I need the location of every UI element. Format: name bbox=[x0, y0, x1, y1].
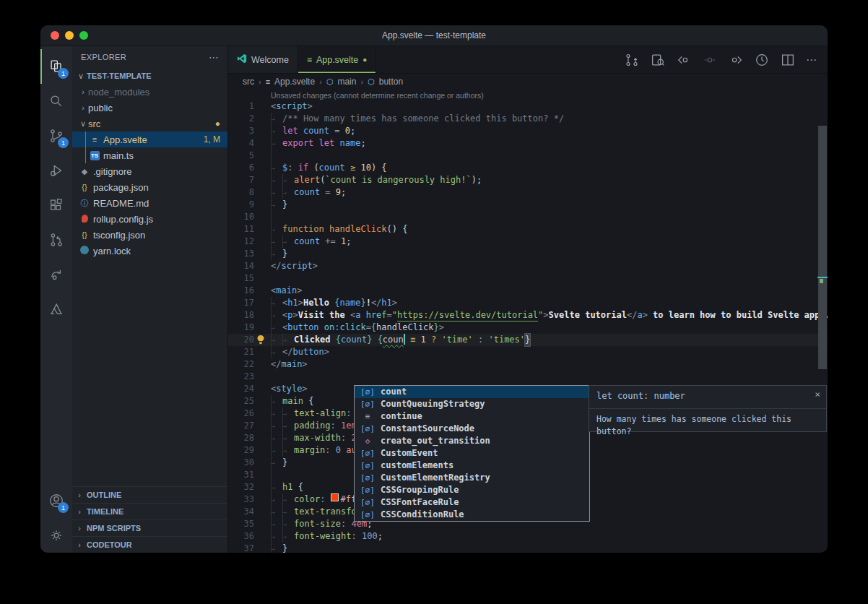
more-actions-icon[interactable]: ⋯ bbox=[806, 53, 817, 66]
code-line-19[interactable]: 19<button on:click={handleClick}> bbox=[228, 322, 828, 334]
tree-file-rollup-config-js[interactable]: rollup.config.js bbox=[72, 211, 227, 227]
code-line-21[interactable]: 21</button> bbox=[228, 346, 828, 358]
code-line-17[interactable]: 17<h1>Hello {name}!</h1> bbox=[228, 297, 828, 309]
code-line-22[interactable]: 22</main> bbox=[228, 358, 828, 371]
code-line-18[interactable]: 18<p>Visit the <a href="https://svelte.d… bbox=[228, 309, 828, 322]
code-line-16[interactable]: 16<main> bbox=[228, 285, 828, 297]
activity-live-share-icon[interactable] bbox=[40, 257, 72, 292]
title-bar[interactable]: App.svelte — test-template bbox=[40, 25, 828, 46]
code-line-37[interactable]: 37} bbox=[228, 543, 828, 553]
workspace-root-folder[interactable]: ∨ TEST-TEMPLATE bbox=[72, 68, 227, 84]
split-editor-icon[interactable] bbox=[780, 52, 796, 68]
breadcrumb-item-src[interactable]: src bbox=[243, 77, 254, 87]
start-recording-icon[interactable] bbox=[754, 52, 770, 68]
breadcrumb-item-app-svelte[interactable]: App.svelte bbox=[274, 77, 315, 87]
tree-file-main-ts[interactable]: TSmain.ts bbox=[72, 147, 227, 163]
tree-file-readme-md[interactable]: ⓘREADME.md bbox=[72, 195, 227, 211]
code-line-10[interactable]: 10 bbox=[228, 211, 828, 223]
suggest-item-cssgroupingrule[interactable]: [∅]CSSGroupingRule bbox=[355, 484, 589, 496]
open-changes-icon[interactable] bbox=[624, 52, 640, 68]
suggest-label: continue bbox=[381, 410, 422, 423]
token: < bbox=[271, 100, 276, 113]
close-icon[interactable]: × bbox=[815, 388, 820, 400]
color-swatch[interactable] bbox=[331, 493, 339, 501]
code-line-12[interactable]: 12count += 1; bbox=[228, 236, 828, 248]
tree-file-app-svelte[interactable]: ≡App.svelte1, M bbox=[72, 131, 227, 147]
line-number: 21 bbox=[228, 346, 271, 358]
code-line-5[interactable]: 5 bbox=[228, 150, 828, 162]
code-line-13[interactable]: 13} bbox=[228, 248, 828, 260]
line-number: 27 bbox=[228, 420, 271, 432]
tab-welcome[interactable]: Welcome bbox=[228, 46, 298, 73]
tree-file-yarn-lock[interactable]: yarn.lock bbox=[72, 243, 227, 259]
navigate-position-icon[interactable] bbox=[702, 52, 718, 68]
code-line-15[interactable]: 15 bbox=[228, 272, 828, 285]
editor-scrollbar[interactable] bbox=[817, 126, 828, 553]
suggest-item-customevent[interactable]: [∅]CustomEvent bbox=[355, 447, 589, 460]
token: button bbox=[292, 346, 324, 358]
chevron-right-icon: › bbox=[72, 524, 87, 532]
tree-file--gitignore[interactable]: ◆.gitignore bbox=[72, 163, 227, 179]
token: ( bbox=[320, 174, 325, 186]
activity-azure-icon[interactable] bbox=[40, 292, 72, 327]
chevron-down-icon: ∨ bbox=[75, 72, 87, 81]
symbol-class-icon: ◇ bbox=[359, 435, 376, 447]
tree-file-package-json[interactable]: {}package.json bbox=[72, 179, 227, 195]
activity-github-pull-requests-icon[interactable] bbox=[40, 223, 72, 257]
code-line-9[interactable]: 9} bbox=[228, 199, 828, 211]
activity-accounts-icon[interactable]: 1 bbox=[40, 483, 72, 518]
open-preview-icon[interactable] bbox=[650, 52, 666, 68]
code-line-36[interactable]: 36font-weight: 100; bbox=[228, 530, 828, 543]
suggest-item-cssfontfacerule[interactable]: [∅]CSSFontFaceRule bbox=[355, 496, 589, 509]
activity-run-and-debug-icon[interactable] bbox=[40, 153, 72, 188]
code-line-11[interactable]: 11function handleClick() { bbox=[228, 223, 828, 236]
tree-folder-public[interactable]: ›public bbox=[72, 100, 227, 116]
suggest-item-create_out_transition[interactable]: ◇create_out_transition bbox=[355, 435, 589, 447]
token: ! bbox=[366, 297, 371, 309]
suggest-item-continue[interactable]: ≡continue bbox=[355, 410, 589, 423]
code-line-23[interactable]: 23 bbox=[228, 371, 828, 383]
section-outline[interactable]: ›OUTLINE bbox=[72, 486, 227, 503]
code-line-2[interactable]: 2/** How many times has someone clicked … bbox=[228, 113, 828, 125]
section-codetour[interactable]: ›CODETOUR bbox=[72, 536, 227, 553]
code-line-20[interactable]: 20Clicked {count} {coun ≡ 1 ? 'time' : '… bbox=[228, 334, 828, 346]
navigate-forward-icon[interactable] bbox=[728, 52, 744, 68]
activity-extensions-icon[interactable] bbox=[40, 188, 72, 223]
token: ≡ bbox=[410, 334, 415, 346]
suggest-item-cssconditionrule[interactable]: [∅]CSSConditionRule bbox=[355, 509, 589, 521]
suggest-item-customelementregistry[interactable]: [∅]CustomElementRegistry bbox=[355, 472, 589, 484]
section-npm-scripts[interactable]: ›NPM SCRIPTS bbox=[72, 519, 227, 536]
scrollbar-slider[interactable] bbox=[818, 126, 827, 369]
activity-source-control-icon[interactable]: 1 bbox=[40, 118, 72, 153]
activity-search-icon[interactable] bbox=[40, 84, 72, 118]
navigate-back-icon[interactable] bbox=[676, 52, 692, 68]
code-line-4[interactable]: 4export let name; bbox=[228, 137, 828, 150]
code-line-14[interactable]: 14</script> bbox=[228, 260, 828, 272]
code-line-6[interactable]: 6$: if (count ≥ 10) { bbox=[228, 162, 828, 174]
activity-settings-gear-icon[interactable] bbox=[40, 518, 72, 553]
token: ? bbox=[431, 334, 436, 346]
lightbulb-icon[interactable] bbox=[256, 335, 266, 345]
code-line-1[interactable]: 1<script> bbox=[228, 100, 828, 113]
token: ) { bbox=[371, 162, 387, 174]
suggest-item-countqueuingstrategy[interactable]: [∅]CountQueuingStrategy bbox=[355, 398, 589, 410]
code-line-3[interactable]: 3let count = 0; bbox=[228, 125, 828, 137]
token: = bbox=[366, 322, 371, 334]
suggest-item-constantsourcenode[interactable]: [∅]ConstantSourceNode bbox=[355, 423, 589, 435]
activity-explorer-icon[interactable]: 1 bbox=[40, 49, 72, 84]
code-editor[interactable]: Unsaved changes (cannot determine recent… bbox=[228, 90, 828, 553]
tree-folder-src[interactable]: ∨src● bbox=[72, 116, 227, 131]
svelte-file-icon: ≡ bbox=[88, 135, 101, 144]
breadcrumb-item-button[interactable]: button bbox=[379, 77, 403, 87]
line-number: 10 bbox=[228, 211, 271, 223]
tree-file-tsconfig-json[interactable]: {}tsconfig.json bbox=[72, 227, 227, 243]
code-line-7[interactable]: 7alert(`count is dangerously high!`); bbox=[228, 174, 828, 186]
tree-folder-node-modules[interactable]: ›node_modules bbox=[72, 84, 227, 100]
suggest-item-count[interactable]: [∅]count bbox=[355, 386, 589, 398]
suggest-item-customelements[interactable]: [∅]customElements bbox=[355, 460, 589, 472]
explorer-more-actions-icon[interactable]: ⋯ bbox=[209, 51, 219, 63]
code-line-8[interactable]: 8count = 9; bbox=[228, 186, 828, 199]
breadcrumb-item-main[interactable]: main bbox=[337, 77, 356, 87]
section-timeline[interactable]: ›TIMELINE bbox=[72, 503, 227, 519]
tab-app-svelte[interactable]: ≡ App.svelte ● bbox=[298, 46, 376, 73]
